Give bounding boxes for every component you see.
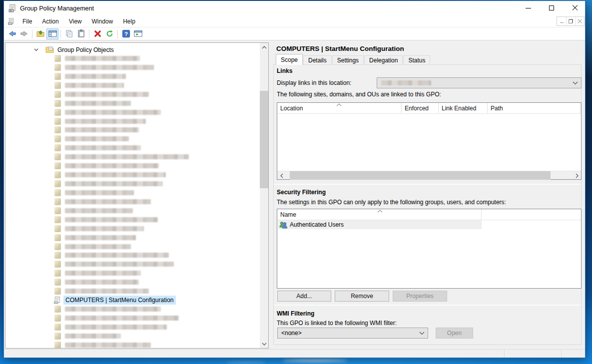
column-header-link-enabled[interactable]: Link Enabled xyxy=(439,103,488,114)
display-links-combobox[interactable] xyxy=(377,77,582,88)
tree-item-redacted[interactable] xyxy=(5,125,260,134)
tab-delegation[interactable]: Delegation xyxy=(364,55,403,65)
scrollbar-thumb[interactable] xyxy=(260,91,268,188)
tree-item-redacted[interactable] xyxy=(5,332,260,341)
tree-item-redacted[interactable] xyxy=(5,90,260,99)
chevron-down-icon xyxy=(419,332,425,335)
open-button[interactable]: Open xyxy=(436,328,473,339)
tree-item-redacted[interactable] xyxy=(5,287,260,296)
tree-item-redacted[interactable] xyxy=(5,161,260,170)
chevron-down-icon xyxy=(573,81,578,85)
add-button[interactable]: Add... xyxy=(277,291,331,302)
expander-chevron-icon[interactable] xyxy=(33,47,39,52)
gpo-icon-redacted xyxy=(54,73,61,80)
tree-item-redacted[interactable] xyxy=(5,99,260,108)
mmc-restore-button[interactable] xyxy=(566,17,575,25)
tree-vertical-scrollbar[interactable] xyxy=(260,43,268,348)
up-folder-icon xyxy=(36,29,45,38)
menu-view[interactable]: View xyxy=(64,16,87,27)
gpo-icon-redacted xyxy=(54,144,61,151)
gpo-icon-redacted xyxy=(54,288,61,295)
copy-button[interactable] xyxy=(63,28,75,39)
minimize-button[interactable] xyxy=(520,1,537,15)
redacted-gpo-name xyxy=(65,181,163,186)
mmc-close-button[interactable] xyxy=(575,17,584,25)
gpo-icon-redacted xyxy=(54,243,61,250)
title-bar[interactable]: Group Policy Management xyxy=(4,1,585,15)
name-column-label: Name xyxy=(280,211,296,218)
menu-help[interactable]: Help xyxy=(118,16,140,27)
tree-item-redacted[interactable] xyxy=(5,305,260,314)
status-bar xyxy=(4,349,585,358)
column-header-path[interactable]: Path xyxy=(488,103,581,114)
forward-button[interactable] xyxy=(18,28,30,39)
wmi-filter-combobox[interactable]: <none> xyxy=(277,328,428,339)
scroll-right-button[interactable] xyxy=(573,171,581,180)
new-window-button[interactable] xyxy=(132,28,144,39)
delete-button[interactable] xyxy=(91,28,103,39)
tree-item-redacted[interactable] xyxy=(5,233,260,242)
links-intro: The following sites, domains, and OUs ar… xyxy=(277,91,441,98)
tree-item-redacted[interactable] xyxy=(5,152,260,161)
tree-item-redacted[interactable] xyxy=(5,197,260,206)
menu-action[interactable]: Action xyxy=(37,16,63,27)
wallpaper-streak xyxy=(282,359,347,362)
tree-item-redacted[interactable] xyxy=(5,170,260,179)
tab-settings[interactable]: Settings xyxy=(332,55,364,65)
tree-item-redacted[interactable] xyxy=(5,72,260,81)
tree-item-redacted[interactable] xyxy=(5,269,260,278)
tree-item-redacted[interactable] xyxy=(5,134,260,143)
console-tree-icon xyxy=(48,29,57,38)
tree-item-redacted[interactable] xyxy=(5,63,260,72)
security-group-row[interactable]: Authenticated Users xyxy=(278,220,482,229)
column-header-enforced[interactable]: Enforced xyxy=(402,103,439,114)
security-filtering-intro: The settings in this GPO can only apply … xyxy=(277,199,506,206)
tree-item-redacted[interactable] xyxy=(5,188,260,197)
tree-item-redacted[interactable] xyxy=(5,242,260,251)
maximize-button[interactable] xyxy=(543,1,560,15)
tree-item-redacted[interactable] xyxy=(5,179,260,188)
tree-item-redacted[interactable] xyxy=(5,314,260,323)
help-button[interactable]: ? xyxy=(120,28,132,39)
scroll-down-button[interactable] xyxy=(260,340,268,348)
tree-item-redacted[interactable] xyxy=(5,206,260,215)
links-horizontal-scrollbar[interactable] xyxy=(277,171,581,179)
tree-item-redacted[interactable] xyxy=(5,323,260,332)
refresh-button[interactable] xyxy=(103,28,115,39)
tree-item-redacted[interactable] xyxy=(5,54,260,63)
tree-item-redacted[interactable] xyxy=(5,260,260,269)
tree-item-redacted[interactable] xyxy=(5,341,260,348)
sort-ascending-icon xyxy=(377,210,383,213)
up-one-level-button[interactable] xyxy=(34,28,46,39)
paste-button[interactable] xyxy=(75,28,87,39)
tree-item-selected[interactable]: COMPUTERS | StartMenu Configuration xyxy=(5,296,260,305)
tree-root-group-policy-objects[interactable]: Group Policy Objects xyxy=(5,45,260,54)
tree-item-redacted[interactable] xyxy=(5,81,260,90)
toolbar-separator xyxy=(89,29,89,38)
menu-window[interactable]: Window xyxy=(87,16,118,27)
back-button[interactable] xyxy=(6,28,18,39)
close-button[interactable] xyxy=(567,1,584,15)
tree-item-redacted[interactable] xyxy=(5,224,260,233)
gpo-title: COMPUTERS | StartMenu Configuration xyxy=(276,45,404,52)
wmi-filtering-intro: This GPO is linked to the following WMI … xyxy=(277,320,397,327)
tab-scope[interactable]: Scope xyxy=(276,54,303,65)
tree-item-redacted[interactable] xyxy=(5,108,260,117)
remove-button[interactable]: Remove xyxy=(335,291,389,302)
tree-item-redacted[interactable] xyxy=(5,215,260,224)
tab-details[interactable]: Details xyxy=(303,55,332,65)
menu-file[interactable]: File xyxy=(17,16,37,27)
scroll-left-button[interactable] xyxy=(277,171,286,180)
tree-item-redacted[interactable] xyxy=(5,117,260,126)
properties-button[interactable]: Properties xyxy=(393,291,447,302)
show-console-tree-button[interactable] xyxy=(46,28,58,39)
tree-item-redacted[interactable] xyxy=(5,278,260,287)
mmc-minimize-button[interactable] xyxy=(557,17,566,25)
scroll-up-button[interactable] xyxy=(260,43,268,51)
tree-item-redacted[interactable] xyxy=(5,143,260,152)
tab-status[interactable]: Status xyxy=(403,55,430,65)
tree-item-redacted[interactable] xyxy=(5,251,260,260)
gpo-icon-redacted xyxy=(54,333,61,340)
scrollbar-thumb[interactable] xyxy=(290,171,551,180)
redacted-gpo-name xyxy=(65,136,129,141)
